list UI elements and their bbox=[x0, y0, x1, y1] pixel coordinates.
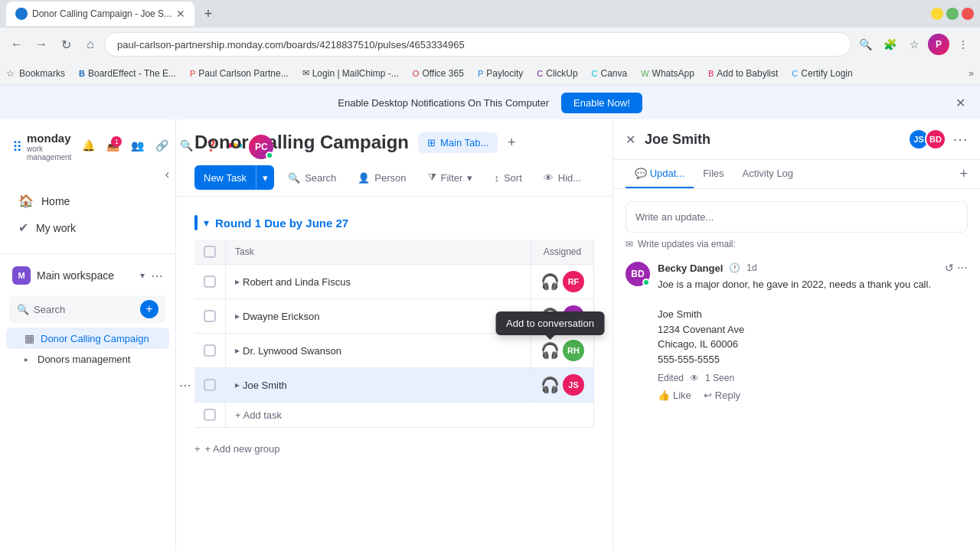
search-toolbar-btn[interactable]: 🔍 Search bbox=[280, 168, 344, 188]
tab-close-btn[interactable]: ✕ bbox=[176, 8, 185, 20]
browser-chrome: Donor Calling Campaign - Joe S... ✕ + ← … bbox=[0, 0, 980, 61]
row-expand-icon[interactable]: ▸ bbox=[235, 345, 240, 356]
row-expand-icon[interactable]: ▸ bbox=[235, 380, 240, 390]
more-icon[interactable]: ⋯ bbox=[957, 262, 968, 274]
status-headphone-icon[interactable]: 🎧 bbox=[541, 272, 560, 291]
sidebar-collapse-btn[interactable]: ‹ bbox=[0, 168, 175, 181]
sidebar-item-donors-management[interactable]: ▸ Donors management bbox=[6, 349, 169, 370]
row-more-btn[interactable]: ⋯ bbox=[179, 378, 191, 393]
panel-close-btn[interactable]: ✕ bbox=[626, 132, 635, 147]
minimize-btn[interactable] bbox=[931, 8, 943, 20]
row-expand-icon[interactable]: ▸ bbox=[235, 276, 240, 287]
eye-icon: 👁 bbox=[690, 373, 699, 383]
bookmark-paylocity[interactable]: P Paylocity bbox=[472, 67, 529, 80]
row-checkbox[interactable] bbox=[204, 310, 216, 322]
select-all-checkbox[interactable] bbox=[204, 246, 216, 258]
inbox-icon[interactable]: 📥 1 bbox=[102, 135, 123, 156]
integrations-icon[interactable]: 🔗 bbox=[151, 135, 172, 156]
address-bar[interactable]: paul-carlson-partnership.monday.com/boar… bbox=[104, 32, 851, 57]
sidebar-item-home[interactable]: 🏠 Home bbox=[6, 187, 169, 214]
comment-header: Becky Dangel 🕐 1d ↺ ⋯ bbox=[658, 262, 968, 274]
row-checkbox[interactable] bbox=[204, 379, 216, 391]
panel-tab-activitylog[interactable]: Activity Log bbox=[733, 160, 802, 188]
sort-toolbar-btn[interactable]: ↕ Sort bbox=[486, 168, 529, 188]
search-browser-icon[interactable]: 🔍 bbox=[854, 34, 876, 55]
add-task-checkbox[interactable] bbox=[204, 409, 216, 421]
filter-toolbar-btn[interactable]: ⧩ Filter ▾ bbox=[420, 167, 481, 188]
home-btn[interactable]: ⌂ bbox=[80, 34, 101, 55]
task-cell: ▸ Robert and Linda Fiscus bbox=[226, 265, 531, 299]
bookmarks-more[interactable]: » bbox=[969, 68, 974, 79]
row-checkbox[interactable] bbox=[204, 344, 216, 357]
bookmark-office365[interactable]: O Office 365 bbox=[407, 67, 470, 80]
bookmark-whatsapp[interactable]: W WhatsApp bbox=[635, 67, 701, 80]
panel-add-tab-btn[interactable]: + bbox=[959, 166, 968, 182]
group-header[interactable]: ▾ Round 1 Due by June 27 bbox=[194, 209, 594, 236]
new-task-button[interactable]: New Task ▾ bbox=[194, 165, 274, 190]
board-tab-main[interactable]: ⊞ Main Tab... bbox=[418, 132, 498, 153]
bookmark-certify[interactable]: C Certify Login bbox=[786, 67, 858, 80]
row-expand-icon[interactable]: ▸ bbox=[235, 311, 240, 321]
seen-label: 1 Seen bbox=[705, 373, 734, 383]
sidebar-item-mywork[interactable]: ✔ My work bbox=[6, 214, 169, 241]
notification-bell-icon[interactable]: 🔔 bbox=[77, 135, 99, 156]
bookmark-label: Canva bbox=[601, 68, 628, 79]
bookmark-canva[interactable]: C Canva bbox=[586, 67, 634, 80]
notification-close-btn[interactable]: ✕ bbox=[952, 95, 968, 110]
clock-icon: 🕐 bbox=[729, 262, 740, 273]
status-headphone-active-icon[interactable]: 🎧 bbox=[541, 376, 560, 394]
users-icon[interactable]: 👥 bbox=[126, 135, 148, 156]
browser-tab[interactable]: Donor Calling Campaign - Joe S... ✕ bbox=[6, 2, 194, 26]
user-avatar[interactable]: PC bbox=[249, 135, 273, 159]
maximize-btn[interactable] bbox=[946, 8, 959, 20]
panel-header: ✕ Joe Smith JS BD ⋯ bbox=[613, 119, 980, 160]
bookmark-mailchimp[interactable]: ✉ Login | MailChimp -... bbox=[296, 67, 405, 80]
row-checkbox[interactable] bbox=[204, 276, 216, 288]
assigned-column-header: Assigned bbox=[531, 240, 594, 265]
back-btn[interactable]: ← bbox=[6, 34, 28, 55]
close-btn[interactable] bbox=[962, 8, 974, 20]
panel-tab-activitylog-label: Activity Log bbox=[743, 168, 793, 179]
extensions-icon[interactable]: 🧩 bbox=[879, 34, 900, 55]
monday-logo: ⠿ monday work management bbox=[12, 132, 71, 161]
panel-tab-files[interactable]: Files bbox=[694, 160, 733, 188]
bookmark-babylist[interactable]: B Add to Babylist bbox=[702, 67, 784, 80]
bookmark-clickup[interactable]: C ClickUp bbox=[531, 67, 583, 80]
board-icon: ▦ bbox=[24, 332, 34, 344]
new-tab-btn[interactable]: + bbox=[198, 3, 219, 24]
bookmark-icon[interactable]: ☆ bbox=[903, 34, 925, 55]
hide-toolbar-btn[interactable]: 👁 Hid... bbox=[536, 168, 589, 188]
sidebar-workspace[interactable]: M Main workspace ▾ ⋯ bbox=[0, 260, 175, 291]
bookmark-label: BoardEffect - The E... bbox=[88, 68, 176, 79]
enable-now-btn[interactable]: Enable Now! bbox=[561, 93, 642, 113]
new-task-dropdown-icon[interactable]: ▾ bbox=[256, 165, 274, 190]
person-toolbar-btn[interactable]: 👤 Person bbox=[350, 168, 413, 188]
add-new-group-btn[interactable]: + + Add new group bbox=[194, 437, 594, 461]
like-btn[interactable]: 👍 Like bbox=[658, 390, 691, 401]
bookmark-label: Paul Carlson Partne... bbox=[198, 68, 288, 79]
panel-tab-updates[interactable]: 💬 Updat... bbox=[626, 160, 694, 188]
bookmarks-text[interactable]: Bookmarks bbox=[19, 68, 65, 79]
table-header-row: Task Assigned bbox=[194, 240, 594, 265]
table-row[interactable]: ⋯ ▸ Joe Smith bbox=[194, 368, 594, 403]
add-tab-btn[interactable]: + bbox=[501, 132, 522, 153]
sidebar-item-donor-campaign[interactable]: ▦ Donor Calling Campaign bbox=[6, 328, 169, 349]
update-input[interactable]: Write an update... bbox=[626, 201, 968, 233]
comment-action-row: 👍 Like ↩ Reply bbox=[658, 390, 968, 401]
add-task-row[interactable]: + Add task bbox=[194, 403, 594, 428]
add-task-cell[interactable]: + Add task bbox=[226, 403, 594, 428]
sidebar-search-input[interactable]: 🔍 Search + bbox=[9, 295, 166, 323]
profile-icon[interactable]: P bbox=[928, 34, 949, 55]
logo-text: monday bbox=[27, 132, 71, 145]
bookmark-paulcarlson[interactable]: P Paul Carlson Partne... bbox=[184, 67, 295, 80]
workspace-more-icon[interactable]: ⋯ bbox=[151, 269, 163, 283]
panel-more-btn[interactable]: ⋯ bbox=[952, 130, 968, 148]
table-row: ▸ Dr. Lynwood Swanson 🎧 Ad bbox=[194, 334, 594, 368]
forward-btn[interactable]: → bbox=[31, 34, 52, 55]
reply-btn[interactable]: ↩ Reply bbox=[704, 390, 740, 401]
sidebar-add-btn[interactable]: + bbox=[140, 300, 158, 318]
more-icon[interactable]: ⋮ bbox=[952, 34, 974, 55]
bookmark-boardeffect[interactable]: B BoardEffect - The E... bbox=[73, 67, 182, 80]
reload-btn[interactable]: ↻ bbox=[55, 34, 77, 55]
comment-actions[interactable]: ↺ ⋯ bbox=[945, 262, 968, 274]
